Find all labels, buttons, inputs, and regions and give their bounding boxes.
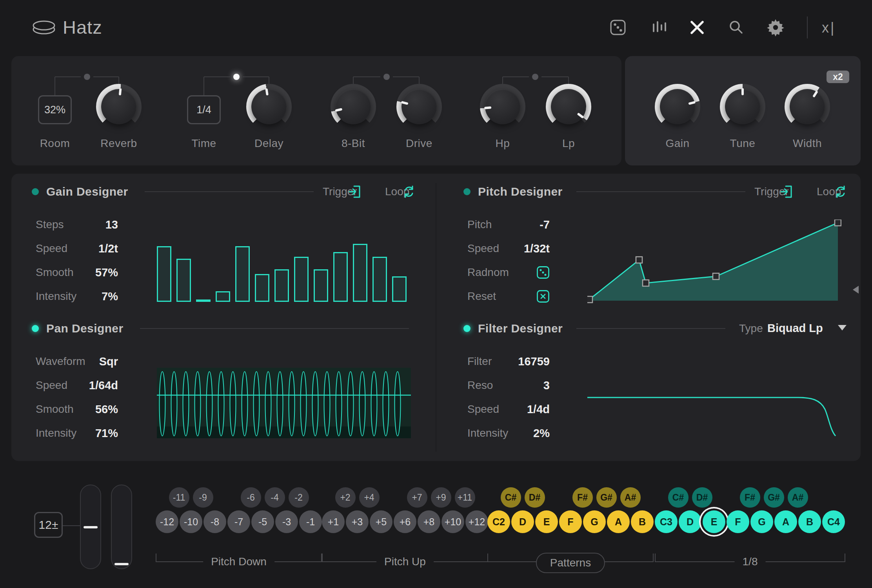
key-patterns-B[interactable]: B xyxy=(631,510,654,533)
gain-knob[interactable] xyxy=(655,84,700,129)
key-pitch-up-sharp-+7[interactable]: +7 xyxy=(407,487,427,508)
gain-step-bar[interactable] xyxy=(235,246,250,302)
key-pitch-up-sharp-+11[interactable]: +11 xyxy=(455,487,475,508)
key-pitch-down-sharp--2[interactable]: -2 xyxy=(289,487,309,508)
led-indicator[interactable] xyxy=(532,74,538,80)
8bit-knob[interactable] xyxy=(331,84,376,129)
key-patterns-sharp-F#[interactable]: F# xyxy=(572,487,593,508)
multiplier-badge[interactable]: x2 xyxy=(827,71,849,83)
param-value[interactable]: 16759 xyxy=(518,355,550,368)
key-notes-sharp-C#[interactable]: C# xyxy=(668,487,689,508)
param-value[interactable]: Sqr xyxy=(99,355,118,368)
gain-step-bar[interactable] xyxy=(392,276,407,302)
param-value[interactable]: 1/32t xyxy=(524,242,550,255)
hp-knob[interactable] xyxy=(480,84,525,129)
key-patterns-C2[interactable]: C2 xyxy=(487,510,510,533)
key-pitch-up-+6[interactable]: +6 xyxy=(394,510,416,533)
key-pitch-down--1[interactable]: -1 xyxy=(299,510,322,533)
loop-icon[interactable] xyxy=(402,185,416,199)
lp-knob[interactable] xyxy=(546,84,591,129)
dice-icon[interactable] xyxy=(609,18,627,37)
param-value[interactable]: 3 xyxy=(543,379,550,392)
search-icon[interactable] xyxy=(727,18,746,37)
key-pitch-up-+1[interactable]: +1 xyxy=(322,510,345,533)
key-notes-A[interactable]: A xyxy=(774,510,797,533)
key-notes-G[interactable]: G xyxy=(750,510,773,533)
key-pitch-down--5[interactable]: -5 xyxy=(251,510,274,533)
dice-icon[interactable] xyxy=(536,266,550,279)
key-pitch-up-+3[interactable]: +3 xyxy=(346,510,369,533)
gain-steps-chart[interactable] xyxy=(157,244,411,302)
pitch-range-display[interactable]: 12± xyxy=(34,512,63,538)
gain-designer-led[interactable] xyxy=(32,188,39,195)
key-pitch-down--10[interactable]: -10 xyxy=(180,510,202,533)
key-patterns-F[interactable]: F xyxy=(559,510,582,533)
gain-step-bar[interactable] xyxy=(353,244,367,302)
param-value[interactable]: -7 xyxy=(540,218,550,231)
envelope-handle[interactable] xyxy=(835,220,841,226)
chevron-down-icon[interactable] xyxy=(838,325,847,330)
key-notes-C4[interactable]: C4 xyxy=(822,510,845,533)
key-patterns-D[interactable]: D xyxy=(511,510,534,533)
key-patterns-E[interactable]: E xyxy=(535,510,558,533)
param-value[interactable]: 56% xyxy=(95,403,118,416)
key-patterns-sharp-A#[interactable]: A# xyxy=(620,487,641,508)
pitch-wheel-2[interactable] xyxy=(111,485,132,569)
key-pitch-up-+12[interactable]: +12 xyxy=(465,510,488,533)
key-pitch-down--12[interactable]: -12 xyxy=(156,510,178,533)
param-value[interactable]: 2% xyxy=(533,427,550,440)
key-pitch-down-sharp--9[interactable]: -9 xyxy=(193,487,213,508)
key-notes-D[interactable]: D xyxy=(679,510,701,533)
key-notes-C3[interactable]: C3 xyxy=(655,510,678,533)
reverb-knob[interactable] xyxy=(96,84,142,129)
key-notes-sharp-A#[interactable]: A# xyxy=(788,487,808,508)
gain-step-bar[interactable] xyxy=(216,291,230,302)
param-value[interactable]: 57% xyxy=(95,266,118,279)
time-value-display[interactable]: 1/4 xyxy=(187,95,221,124)
led-indicator[interactable] xyxy=(383,74,390,80)
key-patterns-A[interactable]: A xyxy=(607,510,630,533)
slider-handle[interactable] xyxy=(114,563,129,565)
key-pitch-down--3[interactable]: -3 xyxy=(275,510,298,533)
gain-step-bar[interactable] xyxy=(196,299,211,302)
loop-icon[interactable] xyxy=(834,185,848,199)
key-notes-sharp-F#[interactable]: F# xyxy=(740,487,760,508)
gain-step-bar[interactable] xyxy=(255,274,269,302)
filter-type-value[interactable]: Biquad Lp xyxy=(767,321,823,335)
settings-icon[interactable] xyxy=(766,18,785,37)
pitch-envelope-display[interactable] xyxy=(587,220,841,304)
param-value[interactable]: 7% xyxy=(102,290,118,303)
param-value[interactable]: 1/2t xyxy=(98,242,118,255)
led-indicator[interactable] xyxy=(84,74,90,80)
envelope-handle[interactable] xyxy=(713,273,719,279)
delay-knob[interactable] xyxy=(246,84,292,129)
pattern-icon[interactable] xyxy=(650,18,669,37)
gain-step-bar[interactable] xyxy=(314,269,328,302)
param-value[interactable]: 1/4d xyxy=(527,403,550,416)
key-pitch-down-sharp--11[interactable]: -11 xyxy=(169,487,189,508)
param-value[interactable]: 1/64d xyxy=(89,379,118,392)
key-pitch-up-+8[interactable]: +8 xyxy=(418,510,440,533)
key-notes-E[interactable]: E xyxy=(703,510,725,533)
envelope-handle[interactable] xyxy=(643,280,649,286)
key-notes-F[interactable]: F xyxy=(727,510,749,533)
key-patterns-sharp-C#[interactable]: C# xyxy=(501,487,521,508)
gain-step-bar[interactable] xyxy=(294,257,309,302)
param-value[interactable]: 13 xyxy=(105,218,118,231)
param-value[interactable]: 71% xyxy=(95,427,118,440)
trigger-icon[interactable] xyxy=(348,185,362,199)
filter-designer-led[interactable] xyxy=(463,325,471,332)
envelope-handle[interactable] xyxy=(636,257,642,263)
gain-step-bar[interactable] xyxy=(372,257,387,302)
reset-icon[interactable] xyxy=(536,290,550,303)
key-pitch-down--7[interactable]: -7 xyxy=(227,510,250,533)
slider-handle[interactable] xyxy=(84,526,98,528)
key-pitch-up-sharp-+9[interactable]: +9 xyxy=(431,487,451,508)
key-pitch-up-+5[interactable]: +5 xyxy=(370,510,392,533)
close-icon[interactable] xyxy=(688,18,707,37)
key-notes-B[interactable]: B xyxy=(798,510,821,533)
led-indicator[interactable] xyxy=(233,74,240,80)
pitch-wheel-1[interactable] xyxy=(80,485,101,569)
filter-curve-display[interactable] xyxy=(587,368,841,439)
pitch-designer-led[interactable] xyxy=(463,188,471,195)
